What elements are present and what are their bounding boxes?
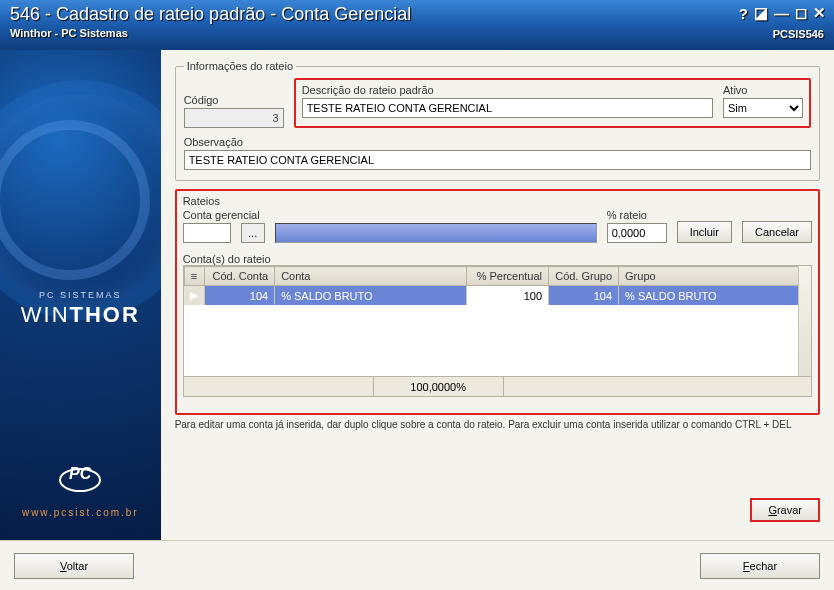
bottom-bar: Voltar Fechar bbox=[0, 540, 834, 590]
ativo-select[interactable]: Sim bbox=[723, 98, 803, 118]
contas-legend: Conta(s) do rateio bbox=[183, 253, 812, 265]
rateios-group: Rateios Conta gerencial ... % rateio Inc… bbox=[183, 195, 812, 397]
svg-text:PC: PC bbox=[69, 465, 92, 482]
perc-rateio-label: % rateio bbox=[607, 209, 667, 221]
grid-header-cod-conta[interactable]: Cód. Conta bbox=[205, 267, 275, 286]
descricao-input[interactable] bbox=[302, 98, 713, 118]
descricao-label: Descrição do rateio padrão bbox=[302, 84, 713, 96]
window-subtitle: Winthor - PC Sistemas bbox=[10, 27, 824, 39]
fechar-button[interactable]: Fechar bbox=[700, 553, 820, 579]
rateios-highlight: Rateios Conta gerencial ... % rateio Inc… bbox=[175, 189, 820, 415]
info-legend: Informações do rateio bbox=[184, 60, 296, 72]
close-icon[interactable]: ✕ bbox=[813, 4, 826, 22]
voltar-button[interactable]: Voltar bbox=[14, 553, 134, 579]
minimize-icon[interactable]: — bbox=[774, 5, 789, 22]
work-area: Informações do rateio Código Descrição d… bbox=[161, 50, 834, 540]
table-row[interactable]: ▶ 104 % SALDO BRUTO 100 104 % SALDO BRUT… bbox=[184, 286, 810, 306]
contas-grid[interactable]: ≡ Cód. Conta Conta % Percentual Cód. Gru… bbox=[183, 265, 812, 397]
pc-logo: PC bbox=[0, 462, 161, 500]
cell-conta: % SALDO BRUTO bbox=[275, 286, 467, 306]
conta-gerencial-input[interactable] bbox=[183, 223, 231, 243]
cell-cod-conta: 104 bbox=[205, 286, 275, 306]
conta-gerencial-label: Conta gerencial bbox=[183, 209, 303, 221]
cell-perc[interactable]: 100 bbox=[467, 286, 549, 306]
cell-cod-grupo: 104 bbox=[549, 286, 619, 306]
grid-header-grupo[interactable]: Grupo bbox=[619, 267, 811, 286]
cancelar-button[interactable]: Cancelar bbox=[742, 221, 812, 243]
sidebar: PC SISTEMAS WINTHOR PC www.pcsist.com.br bbox=[0, 50, 161, 540]
hint-text: Para editar uma conta já inserida, dar d… bbox=[175, 419, 820, 430]
pin-icon[interactable]: ◪ bbox=[754, 4, 768, 22]
maximize-icon[interactable]: ◻ bbox=[795, 4, 807, 22]
codigo-input bbox=[184, 108, 284, 128]
grid-footer: 100,0000% bbox=[184, 376, 811, 396]
rateios-legend: Rateios bbox=[183, 195, 220, 207]
cell-grupo: % SALDO BRUTO bbox=[619, 286, 811, 306]
grid-header-indicator[interactable]: ≡ bbox=[184, 267, 205, 286]
brand-name-part1: WIN bbox=[21, 302, 70, 327]
perc-rateio-input[interactable] bbox=[607, 223, 667, 243]
gravar-button[interactable]: Gravar bbox=[750, 498, 820, 522]
grid-header-conta[interactable]: Conta bbox=[275, 267, 467, 286]
conta-progress bbox=[275, 223, 597, 243]
grid-header-cod-grupo[interactable]: Cód. Grupo bbox=[549, 267, 619, 286]
window-title: 546 - Cadastro de rateio padrão - Conta … bbox=[10, 4, 824, 25]
help-icon[interactable]: ? bbox=[739, 5, 748, 22]
brand-logo: PC SISTEMAS WINTHOR bbox=[0, 290, 161, 328]
observacao-label: Observação bbox=[184, 136, 811, 148]
row-marker-icon: ▶ bbox=[184, 286, 205, 306]
brand-name-part2: THOR bbox=[70, 302, 140, 327]
codigo-label: Código bbox=[184, 94, 284, 106]
descricao-ativo-highlight: Descrição do rateio padrão Ativo Sim bbox=[294, 78, 811, 128]
info-group: Informações do rateio Código Descrição d… bbox=[175, 60, 820, 181]
grid-header-perc[interactable]: % Percentual bbox=[467, 267, 549, 286]
incluir-button[interactable]: Incluir bbox=[677, 221, 732, 243]
observacao-input[interactable] bbox=[184, 150, 811, 170]
ativo-label: Ativo bbox=[723, 84, 803, 96]
brand-url: www.pcsist.com.br bbox=[0, 507, 161, 518]
brand-small-text: PC SISTEMAS bbox=[0, 290, 161, 300]
window-titlebar: 546 - Cadastro de rateio padrão - Conta … bbox=[0, 0, 834, 50]
grid-scrollbar[interactable] bbox=[798, 266, 811, 378]
grid-footer-perc: 100,0000% bbox=[374, 377, 504, 396]
conta-lookup-button[interactable]: ... bbox=[241, 223, 265, 243]
window-code: PCSIS546 bbox=[773, 28, 824, 40]
